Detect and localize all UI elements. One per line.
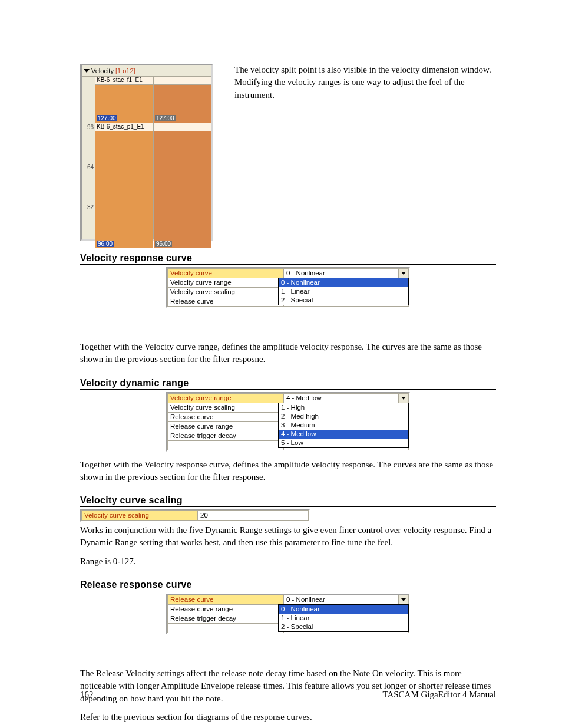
section-text: Refer to the previous section for diagra…: [80, 711, 496, 723]
sample-name[interactable]: KB-6_stac_p1_E1: [95, 123, 153, 131]
velocity-title-label: Velocity: [91, 67, 114, 74]
split-value: 96.00: [97, 241, 114, 247]
sample-name[interactable]: KB-6_stac_f1_E1: [95, 77, 153, 85]
dropdown-option[interactable]: 1 - Linear: [279, 287, 408, 296]
dropdown-option[interactable]: 0 - Nonlinear: [279, 278, 408, 287]
velocity-zone[interactable]: 96.00: [95, 131, 153, 248]
property-value[interactable]: 0 - Nonlinear: [284, 269, 409, 278]
section-heading-velocity-curve-scaling: Velocity curve scaling: [80, 495, 496, 507]
chevron-down-icon[interactable]: [398, 269, 408, 278]
triangle-down-icon: [84, 69, 90, 73]
property-label: [168, 440, 284, 450]
dropdown-option[interactable]: 1 - Linear: [279, 614, 408, 622]
section-text: Together with the Velocity curve range, …: [80, 341, 496, 366]
split-value: 127.00: [97, 115, 117, 121]
velocity-range-dropdown[interactable]: 1 - High2 - Med high3 - Medium4 - Med lo…: [278, 403, 409, 448]
property-label[interactable]: Velocity curve: [168, 269, 284, 278]
section-text: Together with the Velocity response curv…: [80, 459, 496, 484]
dropdown-option[interactable]: 1 - High: [279, 403, 408, 412]
dropdown-option[interactable]: 2 - Med high: [279, 412, 408, 421]
axis-tick: 64: [87, 164, 94, 170]
dropdown-option[interactable]: 3 - Medium: [279, 421, 408, 430]
dropdown-option[interactable]: 4 - Med low: [279, 430, 408, 439]
release-curve-dropdown[interactable]: 0 - Nonlinear1 - Linear2 - Special: [278, 604, 409, 632]
axis-tick: 32: [87, 204, 94, 210]
dropdown-option[interactable]: 2 - Special: [279, 622, 408, 631]
property-value[interactable]: 0 - Nonlinear: [284, 595, 409, 605]
property-label[interactable]: Velocity curve scaling: [82, 511, 198, 521]
property-label[interactable]: Velocity curve range: [168, 278, 284, 288]
property-label[interactable]: Release curve range: [168, 421, 284, 431]
property-label[interactable]: Release curve: [168, 412, 284, 421]
property-label: [168, 624, 284, 633]
property-value[interactable]: 4 - Med low: [284, 393, 409, 403]
dropdown-option[interactable]: 5 - Low: [279, 439, 408, 447]
sample-name[interactable]: [154, 123, 211, 131]
property-label[interactable]: Release curve range: [168, 605, 284, 614]
split-value: 127.00: [155, 115, 176, 121]
dropdown-option[interactable]: 2 - Special: [279, 296, 408, 305]
property-label[interactable]: Velocity curve range: [168, 393, 284, 403]
section-heading-release-response-curve: Release response curve: [80, 579, 496, 591]
property-grid: Velocity curve scaling20: [80, 509, 310, 522]
page-number: 162: [80, 690, 94, 700]
sample-name[interactable]: [154, 77, 211, 85]
velocity-dimension-window[interactable]: Velocity [1 of 2] 96 64 32 KB-6_stac_f1_…: [80, 64, 213, 241]
property-label[interactable]: Release trigger decay: [168, 431, 284, 440]
page-footer: 162 TASCAM GigaEditor 4 Manual: [80, 687, 496, 700]
axis-tick: 96: [87, 124, 94, 130]
property-label[interactable]: Release curve: [168, 595, 284, 605]
property-label[interactable]: Release trigger decay: [168, 614, 284, 624]
velocity-window-title[interactable]: Velocity [1 of 2]: [82, 65, 211, 77]
dropdown-option[interactable]: 0 - Nonlinear: [279, 605, 408, 614]
velocity-title-count: [1 of 2]: [115, 67, 135, 74]
section-heading-velocity-response-curve: Velocity response curve: [80, 253, 496, 265]
property-label[interactable]: Release curve: [168, 297, 284, 307]
intro-paragraph: The velocity split point is also visible…: [234, 64, 496, 101]
property-value[interactable]: 20: [198, 511, 309, 521]
section-text: Works in conjunction with the five Dynam…: [80, 524, 496, 549]
property-label[interactable]: Velocity curve scaling: [168, 288, 284, 297]
chevron-down-icon[interactable]: [398, 595, 408, 604]
section-heading-velocity-dynamic-range: Velocity dynamic range: [80, 378, 496, 390]
property-label[interactable]: Velocity curve scaling: [168, 403, 284, 412]
chevron-down-icon[interactable]: [398, 394, 408, 403]
velocity-zone[interactable]: 96.00: [154, 131, 211, 248]
section-text: Range is 0-127.: [80, 555, 496, 568]
manual-title: TASCAM GigaEditor 4 Manual: [382, 690, 496, 700]
velocity-curve-dropdown[interactable]: 0 - Nonlinear1 - Linear2 - Special: [278, 278, 409, 305]
split-value: 96.00: [155, 241, 172, 247]
